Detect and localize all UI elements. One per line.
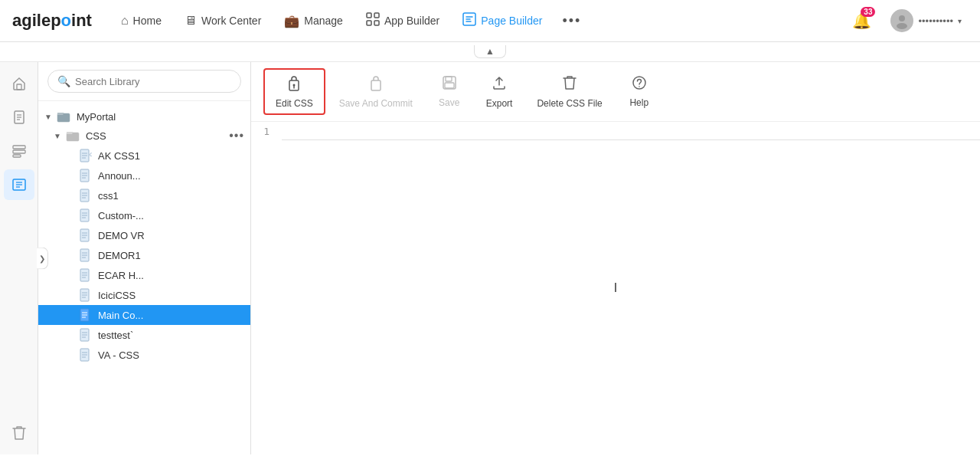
- appbuilder-nav-icon: [366, 12, 380, 29]
- nav-home-label: Home: [133, 15, 162, 27]
- svg-rect-72: [445, 83, 454, 88]
- sidebar-icon-active[interactable]: [4, 169, 34, 200]
- tree-announ-label: Announ...: [98, 170, 141, 182]
- nav-appbuilder[interactable]: App Builder: [355, 6, 450, 35]
- tree-demor1-label: DEMOR1: [98, 250, 141, 261]
- help-icon: [632, 75, 647, 94]
- editor-area[interactable]: 1 I: [251, 122, 980, 454]
- tree-ak-css1[interactable]: CSS AK CSS1: [38, 146, 250, 166]
- avatar: [890, 9, 913, 32]
- tree-va-css-label: VA - CSS: [98, 349, 139, 361]
- svg-rect-7: [17, 84, 21, 90]
- help-button[interactable]: Help: [616, 71, 662, 113]
- sidebar-icon-home[interactable]: [4, 68, 34, 99]
- tree-css-label: CSS: [86, 130, 106, 142]
- tree-css1[interactable]: css1: [38, 185, 250, 205]
- nav-more[interactable]: •••: [554, 7, 589, 35]
- editor-cursor: I: [614, 281, 617, 295]
- tree-css1-label: css1: [98, 190, 119, 202]
- top-nav: agilepoint ⌂ Home 🖥 Work Center 💼 Manage: [0, 0, 980, 42]
- tree-ecar-h[interactable]: ECAR H...: [38, 265, 250, 285]
- svg-rect-14: [13, 155, 21, 157]
- sidebar-icon-trash[interactable]: [4, 418, 34, 448]
- tree-css-menu[interactable]: •••: [229, 129, 244, 143]
- tree-demor1[interactable]: DEMOR1: [38, 245, 250, 265]
- tree-css-chevron: ▼: [54, 132, 61, 140]
- export-label: Export: [486, 98, 513, 109]
- tree-css-folder[interactable]: ▼ CSS •••: [38, 126, 250, 146]
- home-nav-icon: ⌂: [121, 14, 129, 28]
- workcenter-nav-icon: 🖥: [185, 14, 197, 28]
- nav-manage[interactable]: 💼 Manage: [273, 8, 354, 34]
- save-and-commit-label: Save And Commit: [339, 98, 413, 109]
- save-and-commit-icon: [368, 74, 384, 95]
- tree-custom-label: Custom-...: [98, 210, 144, 221]
- svg-point-5: [899, 15, 905, 21]
- save-and-commit-button[interactable]: Save And Commit: [328, 70, 423, 113]
- tree-ecar-h-label: ECAR H...: [98, 270, 144, 281]
- save-icon: [442, 75, 457, 94]
- export-icon: [492, 74, 507, 95]
- user-name: ••••••••••: [918, 15, 953, 27]
- nav-workcenter[interactable]: 🖥 Work Center: [174, 8, 272, 34]
- manage-nav-icon: 💼: [284, 14, 299, 28]
- svg-rect-13: [13, 150, 25, 153]
- logo[interactable]: agilepoint: [12, 11, 92, 31]
- tree-myportal[interactable]: ▼ MyPortal: [38, 107, 250, 126]
- tree-area: ▼ MyPortal ▼ CSS •••: [38, 101, 250, 454]
- svg-point-6: [897, 23, 907, 29]
- notification-badge: 33: [861, 7, 875, 17]
- nav-pagebuilder[interactable]: Page Builder: [452, 6, 553, 35]
- delete-css-icon: [563, 74, 577, 95]
- search-bar: 🔍: [38, 62, 250, 101]
- svg-rect-3: [374, 21, 379, 25]
- nav-manage-label: Manage: [304, 15, 343, 27]
- tree-demo-vr-label: DEMO VR: [98, 230, 145, 241]
- delete-css-file-label: Delete CSS File: [537, 98, 602, 109]
- help-label: Help: [629, 97, 648, 108]
- tree-ak-css1-label: AK CSS1: [98, 150, 140, 162]
- tree-testtest[interactable]: testtest`: [38, 325, 250, 345]
- search-input[interactable]: [75, 76, 231, 87]
- tree-demo-vr[interactable]: DEMO VR: [38, 225, 250, 245]
- svg-rect-1: [374, 13, 379, 18]
- content-area: Edit CSS Save And Commit: [251, 62, 980, 454]
- tree-testtest-label: testtest`: [98, 330, 133, 341]
- user-chevron-icon: ▾: [958, 17, 962, 25]
- tree-va-css[interactable]: VA - CSS: [38, 345, 250, 365]
- tree-myportal-chevron: ▼: [44, 113, 52, 121]
- tree-main-co-label: Main Co...: [98, 310, 143, 321]
- nav-appbuilder-label: App Builder: [384, 15, 439, 27]
- sidebar-icon-list[interactable]: [4, 136, 34, 166]
- delete-css-file-button[interactable]: Delete CSS File: [526, 70, 612, 113]
- tree-announ[interactable]: Announ...: [38, 166, 250, 185]
- svg-rect-69: [371, 80, 381, 90]
- tree-iciciss[interactable]: IciciCSS: [38, 285, 250, 305]
- expand-sidebar-button[interactable]: ❯: [37, 248, 48, 270]
- logo-text: agilepoint: [12, 11, 92, 31]
- sidebar-icon-document[interactable]: [4, 102, 34, 133]
- save-button[interactable]: Save: [426, 71, 472, 113]
- library-panel: 🔍 ▼ MyPortal ▼ CSS: [38, 62, 251, 454]
- search-input-wrap[interactable]: 🔍: [47, 70, 241, 93]
- export-button[interactable]: Export: [475, 70, 524, 113]
- collapse-button[interactable]: ▲: [474, 45, 506, 58]
- side-icons: ❯: [0, 62, 38, 454]
- search-icon: 🔍: [57, 75, 70, 87]
- nav-home[interactable]: ⌂ Home: [110, 8, 172, 34]
- svg-rect-71: [446, 77, 452, 81]
- notification-bell[interactable]: 🔔 33: [848, 7, 875, 34]
- svg-text:CSS: CSS: [90, 152, 92, 157]
- user-menu[interactable]: •••••••••• ▾: [884, 6, 968, 35]
- edit-css-button[interactable]: Edit CSS: [263, 68, 325, 115]
- toolbar: Edit CSS Save And Commit: [251, 62, 980, 122]
- tree-custom[interactable]: Custom-...: [38, 205, 250, 225]
- tree-main-co[interactable]: Main Co...: [38, 305, 250, 325]
- save-label: Save: [439, 97, 459, 108]
- edit-css-icon: [286, 74, 302, 95]
- nav-workcenter-label: Work Center: [201, 15, 261, 27]
- editor-line-1: 1: [251, 122, 980, 142]
- line-content-1[interactable]: [282, 123, 980, 140]
- collapse-bar: ▲: [0, 42, 980, 62]
- pagebuilder-nav-icon: [462, 12, 476, 29]
